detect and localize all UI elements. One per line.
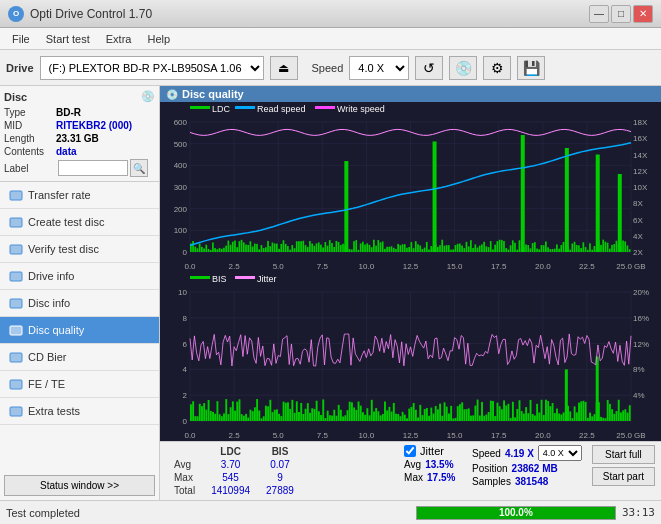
stats-row-1: Max 545 9	[166, 471, 302, 484]
chart-bottom	[160, 272, 661, 441]
sidebar-item-cd-bier[interactable]: CD Bier	[0, 344, 159, 371]
svg-rect-4	[10, 245, 22, 254]
disc-info-icon	[8, 295, 24, 311]
type-value: BD-R	[56, 107, 81, 118]
status-window-button[interactable]: Status window >>	[4, 475, 155, 496]
length-label: Length	[4, 133, 56, 144]
settings-button[interactable]: ⚙	[483, 56, 511, 80]
sidebar-item-extra-tests[interactable]: Extra tests	[0, 398, 159, 425]
stats-bis-1: 9	[258, 471, 302, 484]
jitter-avg-value: 13.5%	[425, 459, 460, 470]
position-value: 23862 MB	[512, 463, 558, 474]
close-button[interactable]: ✕	[633, 5, 653, 23]
stats-ldc-1: 545	[203, 471, 258, 484]
eject-button[interactable]: ⏏	[270, 56, 298, 80]
content-area: 💿 Disc quality LDC BIS	[160, 86, 661, 500]
minimize-button[interactable]: —	[589, 5, 609, 23]
speed-info-row: Speed 4.19 X 4.0 X	[472, 445, 582, 461]
svg-rect-0	[10, 191, 22, 200]
sidebar-item-create-test-disc[interactable]: Create test disc	[0, 209, 159, 236]
cd-bier-label: CD Bier	[28, 351, 67, 363]
col-ldc: LDC	[203, 445, 258, 458]
verify-test-disc-icon	[8, 241, 24, 257]
sidebar-item-fe-te[interactable]: FE / TE	[0, 371, 159, 398]
jitter-check-row: Jitter	[404, 445, 462, 457]
mid-label: MID	[4, 120, 56, 131]
label-input[interactable]	[58, 160, 128, 176]
label-label: Label	[4, 163, 56, 174]
label-icon-button[interactable]: 🔍	[130, 159, 148, 177]
window-controls: — □ ✕	[589, 5, 653, 23]
contents-label: Contents	[4, 146, 56, 157]
svg-rect-14	[10, 380, 22, 389]
verify-test-disc-label: Verify test disc	[28, 243, 99, 255]
refresh-button[interactable]: ↺	[415, 56, 443, 80]
jitter-avg-label: Avg	[404, 459, 421, 470]
stats-ldc-2: 1410994	[203, 484, 258, 497]
length-value: 23.31 GB	[56, 133, 99, 144]
svg-rect-8	[10, 299, 22, 308]
quality-header: 💿 Disc quality	[160, 86, 661, 102]
drive-select[interactable]: (F:) PLEXTOR BD-R PX-LB950SA 1.06	[40, 56, 264, 80]
quality-title: Disc quality	[182, 88, 244, 100]
contents-value: data	[56, 146, 77, 157]
extra-tests-icon	[8, 403, 24, 419]
disc-quality-label: Disc quality	[28, 324, 84, 336]
svg-rect-16	[10, 407, 22, 416]
create-test-disc-label: Create test disc	[28, 216, 104, 228]
disc-title: Disc	[4, 91, 27, 103]
disc-button[interactable]: 💿	[449, 56, 477, 80]
col-bis: BIS	[258, 445, 302, 458]
disc-panel: Disc 💿 Type BD-R MID RITEKBR2 (000) Leng…	[0, 86, 159, 182]
sidebar-item-disc-info[interactable]: Disc info	[0, 290, 159, 317]
jitter-max-label: Max	[404, 472, 423, 483]
jitter-checkbox[interactable]	[404, 445, 416, 457]
progress-text: 100.0%	[417, 507, 615, 519]
save-button[interactable]: 💾	[517, 56, 545, 80]
transfer-rate-icon	[8, 187, 24, 203]
svg-rect-10	[10, 326, 22, 335]
sidebar-item-drive-info[interactable]: Drive info	[0, 263, 159, 290]
disc-icon: 💿	[141, 90, 155, 103]
disc-quality-icon	[8, 322, 24, 338]
maximize-button[interactable]: □	[611, 5, 631, 23]
jitter-label: Jitter	[420, 445, 444, 457]
sidebar: Disc 💿 Type BD-R MID RITEKBR2 (000) Leng…	[0, 86, 160, 500]
extra-tests-label: Extra tests	[28, 405, 80, 417]
sidebar-item-transfer-rate[interactable]: Transfer rate	[0, 182, 159, 209]
menu-extra[interactable]: Extra	[98, 31, 140, 47]
fe-te-label: FE / TE	[28, 378, 65, 390]
drive-info-icon	[8, 268, 24, 284]
disc-info-label: Disc info	[28, 297, 70, 309]
drive-info-label: Drive info	[28, 270, 74, 282]
stats-label-0: Avg	[166, 458, 203, 471]
nav-list: Transfer rate Create test disc Verify te…	[0, 182, 159, 425]
stats-table: LDC BIS Avg 3.70 0.07 Max 545 9 Total 14…	[166, 445, 394, 497]
app-icon: O	[8, 6, 24, 22]
chart-top	[160, 102, 661, 272]
menu-start-test[interactable]: Start test	[38, 31, 98, 47]
start-full-button[interactable]: Start full	[592, 445, 655, 464]
svg-rect-6	[10, 272, 22, 281]
stats-label-1: Max	[166, 471, 203, 484]
stats-bis-0: 0.07	[258, 458, 302, 471]
stats-ldc-0: 3.70	[203, 458, 258, 471]
menu-help[interactable]: Help	[139, 31, 178, 47]
position-label: Position	[472, 463, 508, 474]
svg-rect-12	[10, 353, 22, 362]
charts-area	[160, 102, 661, 441]
jitter-max-value: 17.5%	[427, 472, 462, 483]
stats-bis-2: 27889	[258, 484, 302, 497]
speed-value: 4.19 X	[505, 448, 534, 459]
cd-bier-icon	[8, 349, 24, 365]
sidebar-item-disc-quality[interactable]: Disc quality	[0, 317, 159, 344]
start-part-button[interactable]: Start part	[592, 467, 655, 486]
time-display: 33:13	[622, 506, 655, 519]
transfer-rate-label: Transfer rate	[28, 189, 91, 201]
stats-bar: LDC BIS Avg 3.70 0.07 Max 545 9 Total 14…	[160, 441, 661, 500]
menu-file[interactable]: File	[4, 31, 38, 47]
create-test-disc-icon	[8, 214, 24, 230]
speed-select-stat[interactable]: 4.0 X	[538, 445, 582, 461]
sidebar-item-verify-test-disc[interactable]: Verify test disc	[0, 236, 159, 263]
speed-select[interactable]: 4.0 X	[349, 56, 409, 80]
